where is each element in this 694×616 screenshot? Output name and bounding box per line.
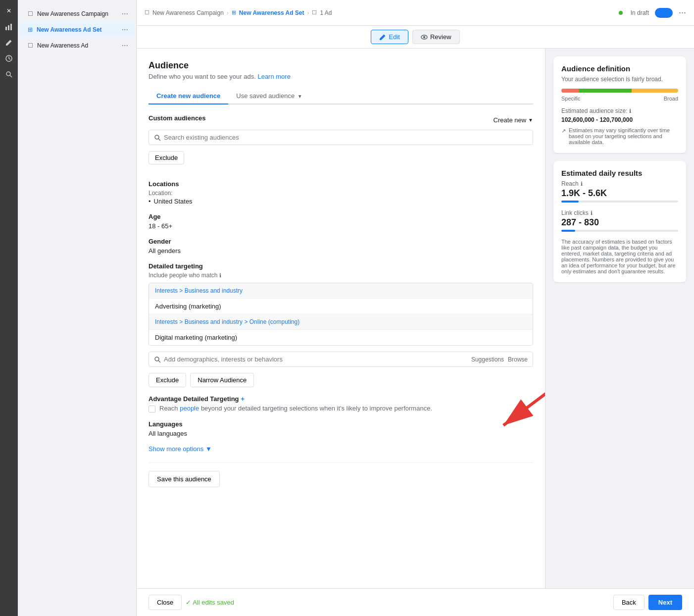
save-audience-button[interactable]: Save this audience	[149, 471, 220, 487]
audience-meter-labels: Specific Broad	[561, 96, 678, 102]
next-button[interactable]: Next	[648, 595, 682, 610]
breadcrumb-campaign-icon: ☐	[145, 9, 149, 16]
tab-use-saved[interactable]: Use saved audience ▼	[228, 88, 310, 104]
advantage-people-link[interactable]: people	[180, 405, 199, 412]
audience-definition-sub: Your audience selection is fairly broad.	[561, 76, 678, 83]
ad-more[interactable]: ···	[122, 41, 128, 50]
svg-rect-0	[5, 27, 7, 30]
toggle-switch[interactable]	[655, 8, 673, 18]
nav-item-ad[interactable]: ☐ New Awareness Ad ···	[20, 38, 134, 53]
reach-label: Reach ℹ	[561, 180, 678, 187]
show-more-arrow-icon: ▼	[205, 445, 212, 453]
nav-item-adset[interactable]: ⊞ New Awareness Ad Set ···	[20, 22, 134, 38]
ad-icon: ☐	[28, 42, 33, 49]
breadcrumb-adset-icon: ⊞	[232, 9, 236, 16]
close-bottom-button[interactable]: Close	[149, 595, 182, 610]
advantage-row: Reach people beyond your detailed target…	[149, 405, 533, 412]
learn-more-link[interactable]: Learn more	[257, 73, 290, 80]
review-tab[interactable]: Review	[412, 30, 460, 44]
add-targeting-input[interactable]	[164, 356, 468, 363]
add-targeting-box: Suggestions Browse	[149, 352, 533, 367]
search-audiences-box	[149, 130, 533, 145]
create-new-arrow-icon: ▼	[528, 117, 533, 123]
custom-audiences-header: Custom audiences Create new ▼	[149, 114, 533, 126]
estimate-note: ↗ Estimates may vary significantly over …	[561, 127, 678, 145]
gender-section: Gender All genders	[149, 238, 533, 255]
targeting-item-1: Advertising (marketing)	[149, 299, 533, 314]
campaign-icon: ☐	[28, 10, 33, 17]
languages-value: All languages	[149, 430, 533, 437]
form-divider	[149, 462, 533, 463]
tab-create-new[interactable]: Create new audience	[149, 88, 228, 104]
targeting-category-2: Interests > Business and industry > Onli…	[149, 314, 533, 330]
edit-tab-label: Edit	[389, 33, 399, 41]
locations-section: Locations Location: United States	[149, 180, 533, 205]
advantage-checkbox[interactable]	[149, 406, 155, 412]
svg-line-5	[10, 75, 12, 77]
custom-audiences-section: Custom audiences Create new ▼ Exclude	[149, 114, 533, 172]
top-bar: ☐ New Awareness Campaign › ⊞ New Awarene…	[137, 0, 694, 26]
custom-audiences-label: Custom audiences	[149, 114, 206, 122]
estimate-icon: ↗	[561, 128, 566, 134]
show-more-link[interactable]: Show more options ▼	[149, 445, 533, 453]
link-clicks-bar-fill	[561, 230, 575, 232]
action-tabs: Edit Review	[137, 26, 694, 49]
breadcrumb: ☐ New Awareness Campaign › ⊞ New Awarene…	[145, 9, 332, 16]
detailed-targeting-label: Detailed targeting	[149, 262, 533, 270]
breadcrumb-campaign[interactable]: New Awareness Campaign	[152, 9, 224, 16]
campaign-more[interactable]: ···	[122, 9, 128, 18]
daily-results-card: Estimated daily results Reach ℹ 1.9K - 5…	[553, 161, 686, 282]
svg-point-4	[6, 72, 10, 76]
saved-text: ✓ All edits saved	[186, 599, 234, 606]
breadcrumb-ad-icon: ☐	[312, 9, 317, 16]
adset-more[interactable]: ···	[122, 25, 128, 34]
clock-icon-btn[interactable]	[2, 51, 16, 65]
breadcrumb-ad[interactable]: 1 Ad	[320, 9, 332, 16]
exclude-button[interactable]: Exclude	[149, 151, 184, 164]
create-new-btn[interactable]: Create new ▼	[494, 116, 533, 124]
size-info-icon: ℹ	[629, 108, 631, 114]
targeting-exclude-btn[interactable]: Exclude	[149, 373, 186, 387]
accuracy-note: The accuracy of estimates is based on fa…	[561, 239, 678, 274]
add-targeting-search-icon	[154, 356, 161, 363]
reach-bar	[561, 201, 678, 203]
narrow-audience-btn[interactable]: Narrow Audience	[190, 373, 254, 387]
edit-tab[interactable]: Edit	[371, 30, 408, 44]
age-label: Age	[149, 213, 533, 220]
add-targeting-links: Suggestions Browse	[471, 356, 528, 363]
search-audiences-icon	[154, 134, 161, 141]
suggestions-link[interactable]: Suggestions	[471, 356, 504, 363]
breadcrumb-sep-1: ›	[227, 9, 229, 16]
search-audiences-input[interactable]	[164, 134, 528, 141]
top-bar-right: In draft ···	[619, 7, 686, 18]
review-tab-label: Review	[430, 33, 451, 41]
content-split: Audience Define who you want to see your…	[137, 49, 694, 588]
advantage-section: Advantage Detailed Targeting + Reach peo…	[149, 395, 533, 412]
svg-line-11	[158, 360, 160, 362]
targeting-btn-row: Exclude Narrow Audience	[149, 373, 533, 387]
browse-link[interactable]: Browse	[508, 356, 528, 363]
link-clicks-info-icon: ℹ	[591, 210, 593, 216]
edit-icon-btn[interactable]	[2, 36, 16, 50]
targeting-item-2: Digital marketing (marketing)	[149, 330, 533, 345]
nav-sidebar: ☐ New Awareness Campaign ··· ⊞ New Aware…	[18, 0, 137, 616]
gender-label: Gender	[149, 238, 533, 245]
broad-label: Broad	[664, 96, 678, 102]
reach-bar-fill	[561, 201, 579, 203]
chart-icon-btn[interactable]	[2, 20, 16, 34]
nav-item-campaign[interactable]: ☐ New Awareness Campaign ···	[20, 6, 134, 22]
advantage-title: Advantage Detailed Targeting +	[149, 395, 533, 403]
form-panel: Audience Define who you want to see your…	[137, 49, 545, 588]
main-content: ☐ New Awareness Campaign › ⊞ New Awarene…	[137, 0, 694, 616]
edit-tab-icon	[379, 34, 386, 41]
close-icon-btn[interactable]: ✕	[2, 4, 16, 18]
adset-icon: ⊞	[28, 26, 33, 33]
back-button[interactable]: Back	[613, 595, 644, 610]
reach-value: 1.9K - 5.6K	[561, 188, 678, 199]
advantage-plus-icon: +	[241, 395, 245, 403]
svg-point-7	[423, 36, 425, 38]
breadcrumb-adset[interactable]: New Awareness Ad Set	[239, 9, 304, 16]
more-options-icon[interactable]: ···	[679, 7, 686, 18]
search-icon-btn[interactable]	[2, 67, 16, 81]
audience-title: Audience	[149, 60, 533, 71]
